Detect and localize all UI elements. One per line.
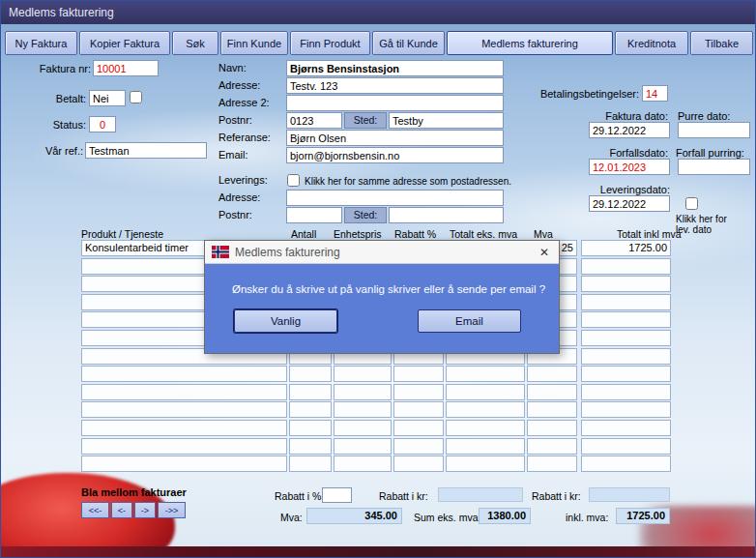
table-cell[interactable] <box>393 401 444 418</box>
table-cell[interactable] <box>81 384 287 400</box>
table-cell[interactable] <box>581 276 671 292</box>
table-cell[interactable] <box>581 420 671 436</box>
betalt-checkbox[interactable] <box>130 91 142 103</box>
sted-input[interactable] <box>389 112 504 129</box>
photo-bottom-strip <box>1 546 755 557</box>
betalt-input[interactable] <box>89 90 126 106</box>
leveringsdato-input[interactable] <box>589 195 670 212</box>
table-cell[interactable] <box>81 420 287 436</box>
table-cell[interactable] <box>581 311 671 328</box>
toolbar-button-finn-kunde[interactable]: Finn Kunde <box>220 31 288 55</box>
table-cell[interactable] <box>581 294 671 310</box>
table-cell[interactable] <box>334 455 392 472</box>
table-cell[interactable] <box>446 438 525 455</box>
referanse-input[interactable] <box>286 130 504 146</box>
col-header-produkt: Produkt / Tjeneste <box>81 228 163 240</box>
faktura-nr-input[interactable] <box>93 60 159 76</box>
delivery-postnr-input[interactable] <box>286 207 342 223</box>
table-cell[interactable] <box>81 438 287 455</box>
table-cell[interactable] <box>581 401 671 418</box>
postnr-input[interactable] <box>286 112 342 129</box>
table-cell[interactable] <box>393 438 444 455</box>
table-cell[interactable] <box>334 384 392 400</box>
table-cell[interactable] <box>289 384 332 400</box>
nav-next-button[interactable]: -> <box>134 502 156 518</box>
dialog-titlebar: Medlems fakturering ✕ <box>205 241 559 264</box>
table-cell[interactable] <box>393 366 444 382</box>
delivery-sted-input[interactable] <box>389 207 504 223</box>
table-cell[interactable] <box>81 455 287 472</box>
app-window: Medlems fakturering Ny Faktura Kopier Fa… <box>0 0 756 558</box>
toolbar-button-ny-faktura[interactable]: Ny Faktura <box>5 31 77 55</box>
toolbar-button-tilbake[interactable]: Tilbake <box>690 31 753 55</box>
same-address-checkbox[interactable] <box>287 174 300 187</box>
email-button[interactable]: Email <box>418 309 521 333</box>
forfall-purring-input[interactable] <box>678 159 750 175</box>
toolbar-button-kopier-faktura[interactable]: Kopier Faktura <box>79 31 170 55</box>
table-cell[interactable] <box>581 366 671 382</box>
table-cell[interactable] <box>581 384 671 400</box>
toolbar-button-ga-til-kunde[interactable]: Gå til Kunde <box>372 31 445 55</box>
toolbar-button-finn-produkt[interactable]: Finn Produkt <box>290 31 370 55</box>
table-cell[interactable] <box>581 438 671 455</box>
table-cell[interactable] <box>527 384 577 400</box>
table-cell[interactable] <box>527 366 577 382</box>
table-cell[interactable] <box>446 420 525 436</box>
email-input[interactable] <box>286 147 504 163</box>
faktura-dato-input[interactable] <box>589 122 670 138</box>
table-cell[interactable] <box>446 401 525 418</box>
rabatt-kr-label-1: Rabatt i kr: <box>379 490 428 502</box>
adresse-label: Adresse: <box>218 79 260 91</box>
rabatt-pct-input[interactable] <box>322 487 352 503</box>
table-cell[interactable] <box>81 366 287 382</box>
table-cell[interactable] <box>81 401 287 418</box>
table-cell[interactable]: 1725.00 <box>581 240 671 256</box>
delivery-adresse-input[interactable] <box>286 190 504 206</box>
purre-dato-input[interactable] <box>678 122 750 138</box>
toolbar-button-sok[interactable]: Søk <box>172 31 218 55</box>
table-cell[interactable] <box>334 420 392 436</box>
toolbar-button-kreditnota[interactable]: Kreditnota <box>615 31 688 55</box>
table-cell[interactable] <box>527 455 577 472</box>
adresse-input[interactable] <box>286 77 504 94</box>
toolbar-button-medlems-fakturering[interactable]: Medlems fakturering <box>447 31 613 55</box>
table-cell[interactable] <box>393 455 444 472</box>
inkl-mva-label: inkl. mva: <box>566 512 608 523</box>
table-cell[interactable] <box>581 330 671 346</box>
forfall-purring-label: Forfall purring: <box>676 147 744 159</box>
table-cell[interactable] <box>581 348 671 365</box>
vanlig-button[interactable]: Vanlig <box>234 309 337 333</box>
sted-label: Sted: <box>344 112 387 129</box>
table-cell[interactable] <box>289 455 332 472</box>
table-cell[interactable] <box>581 455 671 472</box>
adresse2-input[interactable] <box>286 95 504 111</box>
table-cell[interactable] <box>289 420 332 436</box>
table-cell[interactable] <box>527 401 577 418</box>
table-cell[interactable] <box>289 366 332 382</box>
table-cell[interactable] <box>393 420 444 436</box>
close-icon[interactable]: ✕ <box>530 241 559 264</box>
nav-last-button[interactable]: ->> <box>158 502 186 518</box>
var-ref-input[interactable] <box>85 142 207 159</box>
table-cell[interactable] <box>334 366 392 382</box>
lev-dato-checkbox[interactable] <box>685 197 698 210</box>
table-cell[interactable] <box>527 438 577 455</box>
table-cell[interactable] <box>446 455 525 472</box>
table-cell[interactable] <box>334 438 392 455</box>
table-cell[interactable] <box>581 258 671 275</box>
table-cell[interactable] <box>334 401 392 418</box>
table-cell[interactable] <box>289 438 332 455</box>
nav-first-button[interactable]: <<- <box>81 502 109 518</box>
table-cell[interactable] <box>446 384 525 400</box>
forfallsdato-input[interactable] <box>589 159 670 175</box>
table-cell[interactable] <box>527 420 577 436</box>
lev-dato-checkbox-text: Klikk her for lev. dato <box>676 214 740 235</box>
betalingsbetingelser-input[interactable] <box>642 85 668 102</box>
navn-input[interactable] <box>286 60 504 76</box>
nav-prev-button[interactable]: <- <box>111 502 132 518</box>
table-cell[interactable] <box>289 401 332 418</box>
table-cell[interactable] <box>393 384 444 400</box>
table-cell[interactable] <box>446 366 525 382</box>
purre-dato-label: Purre dato: <box>678 110 730 122</box>
status-input[interactable] <box>89 116 116 132</box>
